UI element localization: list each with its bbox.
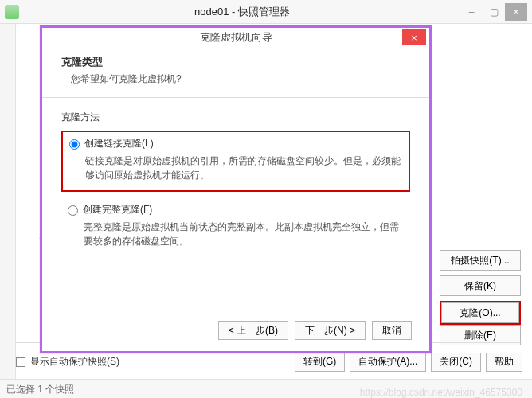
- window-buttons: – ▢ ×: [460, 3, 527, 21]
- cancel-button[interactable]: 取消: [372, 321, 412, 340]
- dialog-buttons: < 上一步(B) 下一步(N) > 取消: [218, 321, 412, 340]
- maximize-button[interactable]: ▢: [483, 3, 505, 21]
- status-text: 已选择 1 个快照: [6, 384, 74, 395]
- dialog-subheading: 您希望如何克隆此虚拟机?: [61, 72, 410, 86]
- close-manager-button[interactable]: 关闭(C): [431, 353, 481, 372]
- linked-clone-desc: 链接克隆是对原始虚拟机的引用，所需的存储磁盘空间较少。但是，必须能够访问原始虚拟…: [85, 154, 402, 182]
- full-clone-radio[interactable]: [68, 205, 78, 216]
- clone-button[interactable]: 克隆(O)...: [441, 302, 519, 323]
- dialog-close-button[interactable]: ×: [402, 29, 426, 45]
- auto-protect-label: 显示自动保护快照(S): [30, 355, 119, 369]
- keep-button[interactable]: 保留(K): [440, 275, 521, 296]
- dialog-header: 克隆类型 您希望如何克隆此虚拟机?: [42, 47, 429, 98]
- help-button[interactable]: 帮助: [486, 353, 522, 372]
- statusbar: 已选择 1 个快照: [0, 379, 532, 398]
- clone-wizard-dialog: 克隆虚拟机向导 × 克隆类型 您希望如何克隆此虚拟机? 克隆方法 创建链接克隆(…: [40, 25, 432, 353]
- dialog-title: 克隆虚拟机向导: [200, 30, 272, 45]
- full-clone-option-box: 创建完整克隆(F) 完整克隆是原始虚拟机当前状态的完整副本。此副本虚拟机完全独立…: [61, 198, 410, 256]
- auto-protect-checkbox-row[interactable]: 显示自动保护快照(S): [16, 355, 119, 369]
- clone-highlight: 克隆(O)...: [440, 301, 521, 325]
- auto-protect-button[interactable]: 自动保护(A)...: [350, 353, 426, 372]
- linked-clone-radio-row[interactable]: 创建链接克隆(L): [69, 137, 402, 150]
- full-clone-label: 创建完整克隆(F): [83, 203, 152, 217]
- linked-clone-option-box: 创建链接克隆(L) 链接克隆是对原始虚拟机的引用，所需的存储磁盘空间较少。但是，…: [61, 131, 410, 192]
- window-title: node01 - 快照管理器: [24, 5, 460, 19]
- full-clone-desc: 完整克隆是原始虚拟机当前状态的完整副本。此副本虚拟机完全独立，但需要较多的存储磁…: [84, 220, 404, 248]
- next-button[interactable]: 下一步(N) >: [295, 321, 366, 340]
- titlebar: node01 - 快照管理器 – ▢ ×: [0, 0, 532, 24]
- dialog-heading: 克隆类型: [61, 55, 410, 69]
- linked-clone-radio[interactable]: [69, 139, 80, 150]
- side-actions: 拍摄快照(T)... 保留(K) 克隆(O)... 删除(E): [440, 250, 521, 350]
- app-icon: [5, 5, 19, 19]
- take-snapshot-button[interactable]: 拍摄快照(T)...: [440, 250, 521, 271]
- back-button[interactable]: < 上一步(B): [218, 321, 288, 340]
- left-rail: [0, 24, 16, 398]
- clone-method-label: 克隆方法: [61, 111, 410, 124]
- goto-button[interactable]: 转到(G): [295, 353, 345, 372]
- close-button[interactable]: ×: [505, 3, 527, 21]
- dialog-titlebar: 克隆虚拟机向导 ×: [42, 28, 429, 47]
- snapshot-manager-window: node01 - 快照管理器 – ▢ × 快照 名称 描述 拍摄快照(T)...…: [0, 0, 532, 398]
- dialog-body: 克隆方法 创建链接克隆(L) 链接克隆是对原始虚拟机的引用，所需的存储磁盘空间较…: [42, 98, 429, 256]
- linked-clone-label: 创建链接克隆(L): [84, 137, 154, 150]
- full-clone-radio-row[interactable]: 创建完整克隆(F): [68, 203, 404, 217]
- checkbox-icon: [16, 357, 25, 367]
- minimize-button[interactable]: –: [460, 3, 483, 21]
